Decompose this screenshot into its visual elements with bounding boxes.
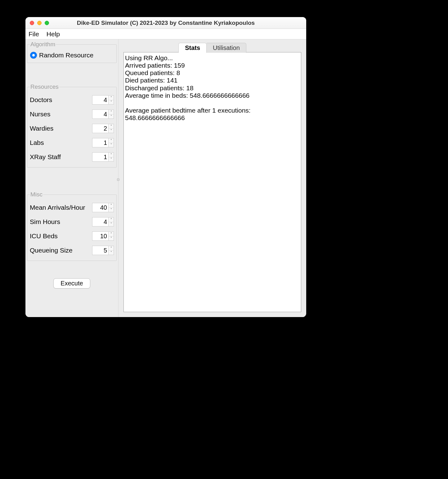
chevron-down-icon[interactable]: ˅	[109, 157, 114, 162]
traffic-lights	[25, 21, 49, 25]
spacer	[27, 169, 117, 191]
chevron-up-icon[interactable]: ˄	[109, 203, 114, 208]
tabs: Stats Utilisation	[123, 39, 301, 52]
nurses-input[interactable]	[92, 110, 108, 119]
stats-output[interactable]: Using RR Algo... Arrived patients: 159 Q…	[123, 52, 301, 312]
stepper-buttons[interactable]: ˄ ˅	[108, 124, 114, 133]
stepper-buttons[interactable]: ˄ ˅	[108, 246, 114, 255]
icu-beds-row: ICU Beds ˄ ˅	[29, 229, 114, 243]
chevron-down-icon[interactable]: ˅	[109, 222, 114, 226]
wardies-label: Wardies	[30, 125, 53, 132]
algorithm-group: Algorithm Random Resource	[27, 41, 117, 63]
stepper-buttons[interactable]: ˄ ˅	[108, 95, 114, 105]
close-icon[interactable]	[30, 21, 34, 25]
doctors-label: Doctors	[30, 96, 52, 104]
resource-doctors-row: Doctors ˄ ˅	[29, 93, 114, 107]
chevron-up-icon[interactable]: ˄	[109, 96, 114, 100]
mean-arrivals-stepper[interactable]: ˄ ˅	[92, 203, 114, 212]
doctors-stepper[interactable]: ˄ ˅	[92, 95, 114, 105]
spacer	[27, 65, 117, 83]
menubar: File Help	[25, 29, 306, 39]
window-title: Dike-ED Simulator (C) 2021-2023 by Const…	[25, 20, 306, 26]
chevron-down-icon[interactable]: ˅	[109, 236, 114, 241]
chevron-up-icon[interactable]: ˄	[109, 246, 114, 251]
resources-legend: Resources	[30, 83, 59, 90]
queueing-size-label: Queueing Size	[30, 247, 73, 254]
minimize-icon[interactable]	[37, 21, 42, 25]
chevron-up-icon[interactable]: ˄	[109, 232, 114, 236]
icu-beds-label: ICU Beds	[30, 232, 58, 240]
resource-wardies-row: Wardies ˄ ˅	[29, 121, 114, 136]
menu-file[interactable]: File	[29, 30, 39, 38]
nurses-label: Nurses	[30, 110, 51, 118]
chevron-up-icon[interactable]: ˄	[109, 217, 114, 222]
chevron-up-icon[interactable]: ˄	[109, 153, 114, 157]
right-pane: Stats Utilisation Using RR Algo... Arriv…	[119, 39, 306, 317]
sim-hours-input[interactable]	[92, 217, 108, 226]
labs-input[interactable]	[92, 138, 108, 147]
xray-label: XRay Staff	[30, 153, 61, 161]
wardies-input[interactable]	[92, 124, 108, 133]
chevron-down-icon[interactable]: ˅	[109, 251, 114, 255]
misc-group: Misc Mean Arrivals/Hour ˄ ˅ Sim Hours	[27, 191, 117, 261]
chevron-up-icon[interactable]: ˄	[109, 124, 114, 129]
tab-stats[interactable]: Stats	[178, 43, 207, 53]
tab-utilisation[interactable]: Utilisation	[207, 43, 246, 53]
content-area: Algorithm Random Resource Resources Doct…	[25, 39, 306, 317]
menu-help[interactable]: Help	[47, 30, 60, 38]
wardies-stepper[interactable]: ˄ ˅	[92, 124, 114, 133]
chevron-down-icon[interactable]: ˅	[109, 100, 114, 105]
misc-legend: Misc	[30, 191, 43, 198]
stepper-buttons[interactable]: ˄ ˅	[108, 138, 114, 147]
algorithm-legend: Algorithm	[30, 41, 56, 48]
resource-xray-row: XRay Staff ˄ ˅	[29, 150, 114, 164]
sim-hours-row: Sim Hours ˄ ˅	[29, 215, 114, 229]
execute-button[interactable]: Execute	[53, 278, 90, 289]
zoom-icon[interactable]	[45, 21, 49, 25]
app-window: Dike-ED Simulator (C) 2021-2023 by Const…	[25, 17, 306, 317]
resource-labs-row: Labs ˄ ˅	[29, 136, 114, 150]
chevron-down-icon[interactable]: ˅	[109, 208, 114, 212]
chevron-up-icon[interactable]: ˄	[109, 110, 114, 114]
chevron-down-icon[interactable]: ˅	[109, 143, 114, 147]
algorithm-random-resource-option[interactable]: Random Resource	[29, 50, 114, 60]
left-pane: Algorithm Random Resource Resources Doct…	[25, 39, 119, 317]
mean-arrivals-input[interactable]	[92, 203, 108, 212]
queueing-size-stepper[interactable]: ˄ ˅	[92, 246, 114, 255]
stepper-buttons[interactable]: ˄ ˅	[108, 217, 114, 226]
labs-label: Labs	[30, 139, 44, 146]
icu-beds-stepper[interactable]: ˄ ˅	[92, 231, 114, 241]
labs-stepper[interactable]: ˄ ˅	[92, 138, 114, 147]
xray-input[interactable]	[92, 152, 108, 162]
queueing-size-input[interactable]	[92, 246, 108, 255]
stepper-buttons[interactable]: ˄ ˅	[108, 110, 114, 119]
chevron-up-icon[interactable]: ˄	[109, 138, 114, 143]
stepper-buttons[interactable]: ˄ ˅	[108, 231, 114, 241]
nurses-stepper[interactable]: ˄ ˅	[92, 110, 114, 119]
mean-arrivals-row: Mean Arrivals/Hour ˄ ˅	[29, 200, 114, 215]
doctors-input[interactable]	[92, 95, 108, 105]
icu-beds-input[interactable]	[92, 231, 108, 241]
splitter-handle-icon[interactable]	[117, 178, 119, 181]
sim-hours-label: Sim Hours	[30, 218, 60, 226]
resources-group: Resources Doctors ˄ ˅ Nurses	[27, 83, 117, 168]
chevron-down-icon[interactable]: ˅	[109, 129, 114, 133]
xray-stepper[interactable]: ˄ ˅	[92, 152, 114, 162]
sim-hours-stepper[interactable]: ˄ ˅	[92, 217, 114, 226]
chevron-down-icon[interactable]: ˅	[109, 114, 114, 119]
stepper-buttons[interactable]: ˄ ˅	[108, 152, 114, 162]
titlebar: Dike-ED Simulator (C) 2021-2023 by Const…	[25, 17, 306, 29]
radio-selected-icon	[30, 52, 37, 58]
queueing-size-row: Queueing Size ˄ ˅	[29, 243, 114, 257]
stepper-buttons[interactable]: ˄ ˅	[108, 203, 114, 212]
mean-arrivals-label: Mean Arrivals/Hour	[30, 204, 85, 211]
execute-wrap: Execute	[27, 278, 117, 289]
resource-nurses-row: Nurses ˄ ˅	[29, 107, 114, 121]
algorithm-option-label: Random Resource	[39, 51, 93, 59]
